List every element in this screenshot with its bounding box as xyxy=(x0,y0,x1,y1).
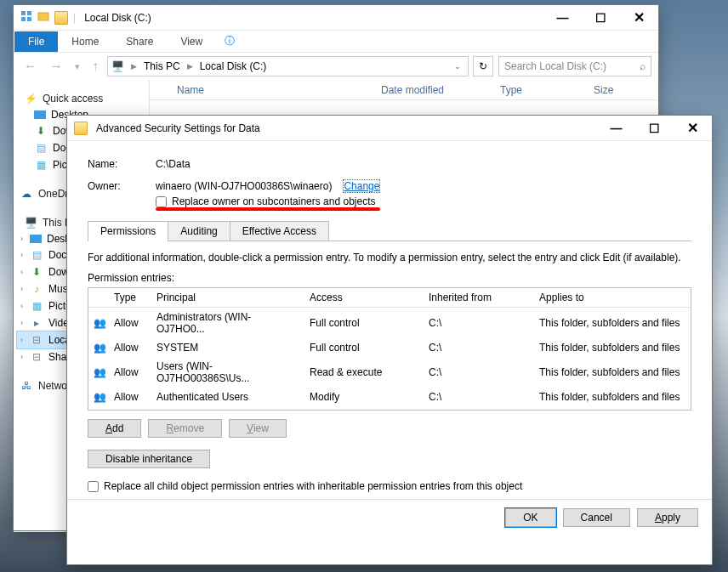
cancel-button[interactable]: Cancel xyxy=(563,508,630,527)
address-bar: ← → ▾ ↑ 🖥️ ▶ This PC ▶ Local Disk (C:) ⌄… xyxy=(14,53,658,80)
ok-button[interactable]: OK xyxy=(505,508,555,527)
tab-effective-access[interactable]: Effective Access xyxy=(230,221,329,241)
row-access: Modify xyxy=(304,388,424,406)
chevron-right-icon[interactable]: › xyxy=(20,336,23,344)
svg-rect-4 xyxy=(38,13,48,20)
column-size[interactable]: Size xyxy=(587,84,638,96)
tab-view[interactable]: View xyxy=(167,31,216,52)
downloads-icon: ⬇ xyxy=(34,124,48,138)
remove-button: Remove xyxy=(148,419,222,438)
chevron-right-icon[interactable]: ▶ xyxy=(131,62,137,71)
col-type[interactable]: Type xyxy=(109,288,151,307)
row-access: Read & execute xyxy=(304,363,424,382)
recent-dropdown[interactable]: ▾ xyxy=(71,59,83,74)
row-inherited: C:\ xyxy=(424,314,534,332)
minimize-button[interactable]: — xyxy=(543,5,582,31)
close-button[interactable]: ✕ xyxy=(674,116,712,141)
dialog-footer: OK Cancel Apply xyxy=(67,499,712,535)
column-name[interactable]: Name xyxy=(170,84,374,96)
breadcrumb-dropdown[interactable]: ⌄ xyxy=(454,62,461,71)
tab-home[interactable]: Home xyxy=(58,31,112,52)
pictures-icon: ▦ xyxy=(30,299,43,313)
svg-rect-2 xyxy=(21,17,26,21)
tab-permissions[interactable]: Permissions xyxy=(88,221,168,241)
pc-icon: 🖥️ xyxy=(111,60,124,72)
documents-icon: ▤ xyxy=(34,141,48,155)
back-button[interactable]: ← xyxy=(20,57,41,76)
properties-icon[interactable] xyxy=(20,10,32,25)
svg-rect-1 xyxy=(27,11,31,15)
new-folder-icon[interactable] xyxy=(37,10,49,25)
security-dialog: Advanced Security Settings for Data — ☐ … xyxy=(66,115,713,565)
name-label: Name: xyxy=(88,158,156,170)
chevron-right-icon[interactable]: ▶ xyxy=(187,62,193,71)
quick-access-header[interactable]: ⚡Quick access xyxy=(17,90,145,107)
permission-row[interactable]: 👥AllowSYSTEMFull controlC:\This folder, … xyxy=(88,338,691,357)
column-date[interactable]: Date modified xyxy=(374,84,493,96)
help-icon[interactable]: ⓘ xyxy=(216,34,243,48)
col-applies[interactable]: Applies to xyxy=(534,288,691,307)
row-applies: This folder, subfolders and files xyxy=(534,388,691,406)
row-principal: Users (WIN-OJ7HO00386S\Us... xyxy=(151,357,304,388)
downloads-icon: ⬇ xyxy=(30,265,43,279)
chevron-right-icon[interactable]: › xyxy=(20,285,23,293)
breadcrumb-root[interactable]: This PC xyxy=(144,60,180,72)
column-type[interactable]: Type xyxy=(493,84,587,96)
users-icon: 👥 xyxy=(94,342,106,354)
chevron-right-icon[interactable]: › xyxy=(20,235,23,243)
forward-button[interactable]: → xyxy=(46,57,66,76)
folder-icon xyxy=(54,11,68,25)
replace-owner-checkbox[interactable] xyxy=(156,196,167,207)
search-icon[interactable]: ⌕ xyxy=(640,60,646,72)
refresh-button[interactable]: ↻ xyxy=(473,56,493,76)
search-input[interactable]: Search Local Disk (C:) ⌕ xyxy=(498,56,651,76)
window-title: Local Disk (C:) xyxy=(84,12,151,24)
tab-file[interactable]: File xyxy=(14,31,58,52)
col-access[interactable]: Access xyxy=(304,288,424,307)
onedrive-icon: ☁ xyxy=(20,187,33,201)
change-owner-link[interactable]: Change xyxy=(344,180,379,192)
tab-auditing[interactable]: Auditing xyxy=(168,221,230,241)
row-access: Full control xyxy=(304,314,424,332)
col-principal[interactable]: Principal xyxy=(151,288,304,307)
maximize-button[interactable]: ☐ xyxy=(635,116,674,141)
chevron-right-icon[interactable]: › xyxy=(20,251,23,259)
col-inherited[interactable]: Inherited from xyxy=(424,288,534,307)
users-icon: 👥 xyxy=(94,366,106,378)
up-button[interactable]: ↑ xyxy=(88,57,102,76)
view-button: View xyxy=(229,419,287,438)
row-inherited: C:\ xyxy=(424,363,534,382)
hint-text: For additional information, double-click… xyxy=(88,252,691,263)
chevron-right-icon[interactable]: › xyxy=(20,268,23,276)
desktop-icon xyxy=(30,235,42,243)
row-principal: Authenticated Users xyxy=(151,388,304,406)
row-type: Allow xyxy=(109,314,151,332)
maximize-button[interactable]: ☐ xyxy=(582,5,620,31)
permission-row[interactable]: 👥AllowAdministrators (WIN-OJ7HO0...Full … xyxy=(88,308,691,338)
permission-row[interactable]: 👥AllowAuthenticated UsersModifyC:\This f… xyxy=(88,388,691,406)
tab-share[interactable]: Share xyxy=(112,31,167,52)
apply-button[interactable]: Apply xyxy=(637,508,698,527)
chevron-right-icon[interactable]: › xyxy=(20,353,23,361)
network-icon: 🖧 xyxy=(20,379,33,393)
chevron-right-icon[interactable]: › xyxy=(20,319,23,327)
breadcrumb-current[interactable]: Local Disk (C:) xyxy=(200,60,267,72)
svg-rect-0 xyxy=(21,11,26,15)
replace-owner-label: Replace owner on subcontainers and objec… xyxy=(172,195,375,207)
name-value: C:\Data xyxy=(156,158,191,170)
disable-inheritance-button[interactable]: Disable inheritance xyxy=(88,450,210,468)
breadcrumb[interactable]: 🖥️ ▶ This PC ▶ Local Disk (C:) ⌄ xyxy=(107,56,469,76)
add-button[interactable]: Add xyxy=(88,419,141,438)
row-type: Allow xyxy=(109,388,151,406)
chevron-right-icon[interactable]: › xyxy=(20,302,23,310)
pc-icon: 🖥️ xyxy=(24,216,37,229)
replace-child-checkbox[interactable] xyxy=(88,481,99,492)
row-principal: Administrators (WIN-OJ7HO0... xyxy=(151,308,304,338)
row-inherited: C:\ xyxy=(424,388,534,406)
row-principal: SYSTEM xyxy=(151,338,304,357)
permission-row[interactable]: 👥AllowUsers (WIN-OJ7HO00386S\Us...Read &… xyxy=(88,357,691,388)
minimize-button[interactable]: — xyxy=(597,116,635,141)
row-type: Allow xyxy=(109,363,151,382)
close-button[interactable]: ✕ xyxy=(620,5,658,31)
qat-divider: | xyxy=(73,12,76,24)
